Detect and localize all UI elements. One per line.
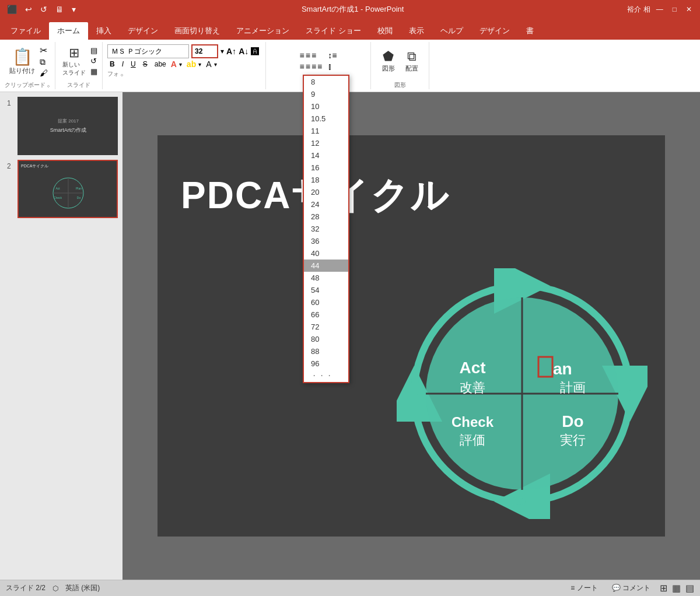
tab-review[interactable]: 校閲 — [369, 22, 401, 40]
layout-icon[interactable]: ▤ — [90, 46, 97, 55]
tab-transitions[interactable]: 画面切り替え — [166, 22, 228, 40]
font-size-44[interactable]: 44 — [304, 260, 348, 272]
window-maximize[interactable]: □ — [669, 5, 680, 13]
slide-thumb-2[interactable]: PDCAサイクル Act Check Plan Do — [18, 160, 118, 218]
tab-slideshow[interactable]: スライド ショー — [298, 22, 369, 40]
slides-content: ⊞ 新しいスライド ▤ ↺ ▦ — [60, 42, 97, 80]
align-center-icon[interactable]: ≡ — [306, 62, 310, 71]
dropdown-icon[interactable]: ▾ — [69, 3, 78, 15]
font-size-dropdown: 8 9 10 10.5 11 12 14 16 18 20 24 28 32 3… — [303, 75, 349, 383]
align-right-icon[interactable]: ≡ — [312, 62, 316, 71]
cut-icon[interactable]: ✂ — [40, 45, 48, 56]
tab-file[interactable]: ファイル — [2, 22, 49, 40]
accessibility-icon[interactable]: ⬡ — [52, 584, 58, 593]
view-slide-sorter-icon[interactable]: ▦ — [672, 583, 681, 594]
tab-design[interactable]: デザイン — [120, 22, 166, 40]
shapes-button[interactable]: ⬟ 図形 — [378, 48, 399, 74]
list-level-icon[interactable]: ≡ — [312, 51, 316, 60]
tab-design2[interactable]: デザイン — [471, 22, 518, 40]
paste-button[interactable]: 📋 貼り付け — [7, 46, 37, 76]
section-icon[interactable]: ▦ — [90, 67, 97, 76]
font-size-10[interactable]: 10 — [304, 100, 348, 113]
font-size-10-5[interactable]: 10.5 — [304, 113, 348, 125]
font-expand-icon[interactable]: ⬦ — [120, 71, 124, 78]
font-size-66[interactable]: 66 — [304, 308, 348, 321]
copy-icon[interactable]: ⧉ — [40, 57, 48, 67]
column-icon[interactable]: ⫿ — [328, 62, 337, 71]
font-size-88[interactable]: 88 — [304, 345, 348, 357]
font-size-12[interactable]: 12 — [304, 137, 348, 149]
clear-format-icon[interactable]: 🅰 — [251, 47, 259, 56]
font-size-8[interactable]: 8 — [304, 76, 348, 88]
line-spacing-icon[interactable]: ↕≡ — [328, 51, 337, 60]
window-minimize[interactable]: — — [653, 5, 667, 13]
view-reading-icon[interactable]: ▤ — [685, 583, 694, 594]
font-size-input[interactable] — [191, 44, 218, 58]
slide-thumb-1-inner: 提案 2017 SmartArtの作成 — [19, 98, 118, 154]
main-layout: 1 提案 2017 SmartArtの作成 2 PDCAサイクル — [0, 92, 700, 580]
font-size-40[interactable]: 40 — [304, 247, 348, 260]
monitor-icon[interactable]: 🖥 — [53, 3, 66, 15]
tab-animations[interactable]: アニメーション — [228, 22, 298, 40]
decrease-font-icon[interactable]: A↓ — [239, 47, 249, 56]
window-close[interactable]: ✕ — [682, 5, 695, 13]
font-size-11[interactable]: 11 — [304, 125, 348, 137]
align-left-icon[interactable]: ≡ — [300, 62, 304, 71]
font-size-32[interactable]: 32 — [304, 223, 348, 235]
font-name-input[interactable] — [107, 44, 189, 58]
redo-icon[interactable]: ↺ — [38, 3, 50, 15]
view-normal-icon[interactable]: ⊞ — [660, 583, 667, 594]
list-bullet-icon[interactable]: ≡ — [300, 51, 304, 60]
notes-button[interactable]: ≡ ノート — [566, 582, 602, 594]
font-color-dropdown[interactable]: ▾ — [179, 61, 182, 68]
font-size-16[interactable]: 16 — [304, 162, 348, 174]
shadow-button[interactable]: abe — [152, 59, 169, 69]
italic-button[interactable]: I — [120, 59, 126, 69]
svg-text:計画: 計画 — [560, 380, 586, 395]
font-size-14[interactable]: 14 — [304, 149, 348, 162]
new-slide-button[interactable]: ⊞ 新しいスライド — [60, 44, 88, 78]
tab-help[interactable]: ヘルプ — [432, 22, 471, 40]
title-bar-icons: ⬛ ↩ ↺ 🖥 ▾ — [5, 3, 78, 15]
font-size-more[interactable]: ・・・ — [304, 370, 348, 382]
slide-canvas[interactable]: PDCAサイクル — [158, 135, 665, 537]
save-icon[interactable]: ⬛ — [5, 3, 19, 15]
bold-button[interactable]: B — [107, 59, 117, 69]
slide1-subtitle: 提案 2017 — [58, 118, 79, 124]
font-color-a-icon[interactable]: A — [171, 59, 177, 69]
font-size-18[interactable]: 18 — [304, 174, 348, 186]
increase-font-icon[interactable]: A↑ — [226, 47, 236, 56]
font-size-20[interactable]: 20 — [304, 186, 348, 198]
reset-icon[interactable]: ↺ — [90, 57, 97, 65]
format-paint-icon[interactable]: 🖌 — [40, 68, 48, 78]
font-size-28[interactable]: 28 — [304, 211, 348, 223]
comments-button[interactable]: 💬 コメント — [607, 582, 655, 594]
font-size-48[interactable]: 48 — [304, 272, 348, 284]
list-number-icon[interactable]: ≡ — [306, 51, 310, 60]
clipboard-expand-icon[interactable]: ⬦ — [47, 82, 50, 89]
font-size-60[interactable]: 60 — [304, 296, 348, 308]
font-size-36[interactable]: 36 — [304, 235, 348, 247]
slide-thumb-1[interactable]: 提案 2017 SmartArtの作成 — [18, 97, 118, 155]
font-size-96[interactable]: 96 — [304, 357, 348, 370]
highlight-dropdown[interactable]: ▾ — [198, 61, 201, 68]
font-size-54[interactable]: 54 — [304, 284, 348, 296]
pdca-diagram: Act 改善 an 計画 Check 評価 Do 実行 — [397, 268, 648, 519]
tab-write[interactable]: 書 — [518, 22, 542, 40]
font-size-24[interactable]: 24 — [304, 198, 348, 211]
justify-icon[interactable]: ≡ — [317, 62, 322, 71]
underline-button[interactable]: U — [128, 59, 138, 69]
undo-icon[interactable]: ↩ — [23, 3, 34, 15]
font-size-dropdown-icon[interactable]: ▾ — [220, 47, 224, 55]
strikethrough-button[interactable]: S — [141, 59, 150, 69]
font-size-80[interactable]: 80 — [304, 333, 348, 345]
font-color2-dropdown[interactable]: ▾ — [214, 61, 217, 68]
tab-insert[interactable]: 挿入 — [88, 22, 120, 40]
font-size-9[interactable]: 9 — [304, 88, 348, 100]
arrange-button[interactable]: ⧉ 配置 — [401, 48, 422, 74]
font-size-72[interactable]: 72 — [304, 321, 348, 333]
tab-view[interactable]: 表示 — [401, 22, 432, 40]
font-color2-icon[interactable]: A — [206, 59, 211, 69]
tab-home[interactable]: ホーム — [49, 22, 88, 40]
highlight-color-icon[interactable]: ab — [187, 59, 196, 69]
